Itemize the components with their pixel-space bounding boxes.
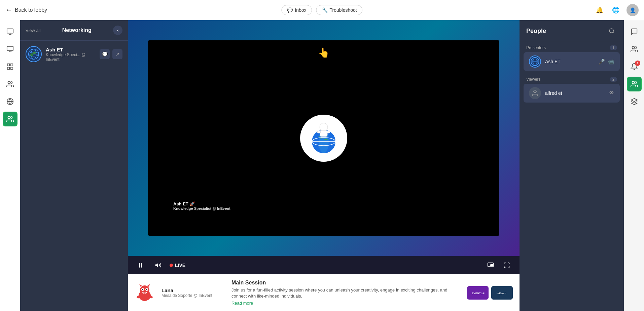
hand-cursor-icon: 👆 — [318, 47, 330, 58]
svg-point-38 — [146, 289, 147, 290]
svg-rect-29 — [141, 263, 142, 267]
session-host-role: Mesa de Soporte @ InEvent — [162, 293, 212, 298]
video-container: Ash ET 🚀 Knowledge Specialist @ InEvent … — [128, 20, 520, 256]
presenter-item: Ash ET 🎤 📹 — [524, 52, 620, 71]
video-controls-right — [485, 259, 513, 271]
svg-point-8 — [8, 81, 10, 84]
share-icon: ↗ — [115, 51, 119, 57]
presenter-avatar — [529, 55, 541, 68]
presenter-mic-icon[interactable]: 🎤 — [598, 59, 605, 65]
back-arrow-icon: ← — [5, 6, 12, 14]
svg-rect-7 — [10, 67, 12, 69]
people-panel-title: People — [526, 28, 546, 35]
video-logo — [300, 115, 347, 162]
svg-point-51 — [534, 90, 536, 93]
svg-text:EVENTLAND: EVENTLAND — [472, 292, 485, 295]
center-video-area: Ash ET 🚀 Knowledge Specialist @ InEvent … — [128, 20, 520, 311]
viewer-name: alfred et — [545, 90, 605, 96]
presenter-name-overlay: Ash ET 🚀 — [173, 201, 230, 206]
viewer-eye-icon[interactable]: 👁 — [609, 90, 614, 96]
right-sidebar-people-active-icon[interactable] — [627, 77, 642, 91]
left-sidebar — [0, 20, 20, 311]
presenters-label: Presenters — [526, 45, 546, 50]
collapse-panel-button[interactable]: ‹ — [113, 26, 122, 35]
networking-user-item: Ash ET Knowledge Speci... @ InEvent 💬 ↗ — [20, 41, 128, 68]
svg-point-45 — [609, 29, 613, 33]
pause-button[interactable] — [135, 259, 147, 271]
sidebar-globe-icon[interactable] — [3, 94, 17, 109]
viewer-item: alfred et 👁 — [524, 84, 620, 103]
notifications-icon[interactable]: 🔔 — [594, 5, 605, 15]
sidebar-display-icon[interactable] — [3, 42, 17, 56]
svg-point-37 — [142, 289, 143, 290]
globe-icon[interactable]: 🌐 — [610, 5, 621, 15]
troubleshoot-label: Troubleshoot — [330, 7, 357, 13]
inbox-button[interactable]: 💬 Inbox — [281, 5, 312, 15]
video-controls: LIVE — [128, 256, 520, 274]
notification-badge: ! — [635, 61, 640, 66]
svg-rect-27 — [327, 131, 330, 133]
networking-title: Networking — [62, 27, 92, 33]
user-avatar[interactable]: 👤 — [627, 4, 639, 16]
svg-rect-25 — [320, 130, 327, 137]
svg-rect-40 — [145, 293, 146, 294]
networking-user-info: Ash ET Knowledge Speci... @ InEvent — [46, 47, 96, 62]
session-description: Join us for a fun-filled activity sessio… — [231, 287, 460, 299]
wrench-icon: 🔧 — [322, 7, 328, 13]
sidebar-people-icon[interactable] — [3, 77, 17, 91]
topbar-right: 🔔 🌐 👤 — [594, 4, 639, 16]
presenter-video-icon[interactable]: 📹 — [608, 59, 614, 65]
topbar: ← Back to lobby 💬 Inbox 🔧 Troubleshoot 🔔… — [0, 0, 644, 20]
topbar-center-actions: 💬 Inbox 🔧 Troubleshoot — [281, 5, 362, 15]
svg-rect-26 — [317, 131, 321, 133]
volume-button[interactable] — [152, 259, 164, 271]
svg-text:InEvent: InEvent — [497, 292, 506, 295]
session-mascot — [135, 283, 155, 303]
fullscreen-button[interactable] — [501, 259, 513, 271]
networking-user-role: Knowledge Speci... @ InEvent — [46, 52, 96, 62]
people-panel-header: People — [520, 20, 624, 42]
session-info-bar: Lana Mesa de Soporte @ InEvent Main Sess… — [128, 274, 520, 311]
svg-line-46 — [613, 32, 614, 33]
message-icon: 💬 — [102, 51, 108, 57]
networking-user-actions: 💬 ↗ — [100, 49, 122, 59]
inevent-logo: InEvent — [491, 286, 513, 300]
live-indicator-dot — [170, 264, 173, 267]
presenters-count: 1 — [610, 45, 617, 50]
sidebar-monitor-icon[interactable] — [3, 24, 17, 39]
session-main-info: Main Session Join us for a fun-filled ac… — [231, 280, 460, 306]
sidebar-grid-icon[interactable] — [3, 59, 17, 74]
people-panel: People Presenters 1 Ash ET 🎤 📹 — [520, 20, 624, 311]
presenters-section-label: Presenters 1 — [520, 42, 624, 52]
viewers-label: Viewers — [526, 77, 540, 82]
svg-point-34 — [140, 285, 149, 295]
people-search-button[interactable] — [606, 26, 617, 36]
svg-rect-32 — [491, 264, 493, 266]
svg-point-18 — [33, 51, 36, 54]
back-to-lobby-button[interactable]: ← Back to lobby — [5, 6, 47, 14]
read-more-link[interactable]: Read more — [231, 301, 460, 306]
chat-icon: 💬 — [287, 7, 293, 13]
sidebar-networking-icon[interactable] — [3, 112, 17, 126]
networking-header: View all Networking ‹ — [20, 20, 128, 41]
presenter-item-actions: 🎤 📹 — [598, 59, 614, 65]
right-sidebar-layers-icon[interactable] — [627, 94, 642, 109]
session-divider — [222, 284, 222, 301]
svg-rect-28 — [139, 263, 140, 267]
right-sidebar: ! — [624, 20, 644, 311]
svg-point-11 — [8, 116, 10, 119]
right-sidebar-video-users-icon[interactable] — [627, 42, 642, 56]
right-sidebar-notification-icon[interactable]: ! — [627, 59, 642, 74]
right-sidebar-chat-icon[interactable] — [627, 24, 642, 39]
troubleshoot-button[interactable]: 🔧 Troubleshoot — [316, 5, 363, 15]
svg-rect-0 — [7, 29, 13, 33]
chat-user-button[interactable]: 💬 — [100, 49, 110, 59]
pip-button[interactable] — [485, 259, 497, 271]
session-host-name: Lana — [162, 287, 212, 293]
view-all-link[interactable]: View all — [26, 28, 41, 33]
svg-point-17 — [30, 53, 33, 56]
share-user-button[interactable]: ↗ — [112, 49, 122, 59]
inbox-label: Inbox — [295, 7, 306, 13]
viewer-item-actions: 👁 — [609, 90, 614, 96]
svg-point-24 — [320, 123, 328, 131]
